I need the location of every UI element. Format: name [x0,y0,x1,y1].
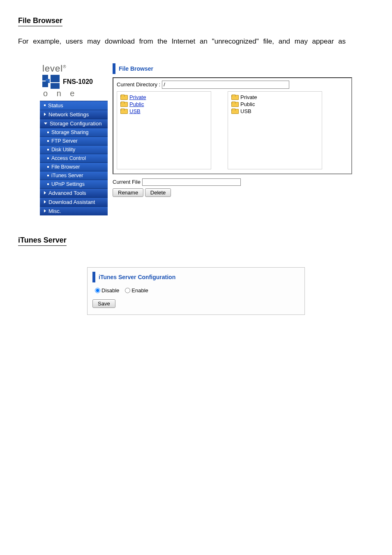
folder-columns: Private Public USB Private Public USB [117,91,348,169]
folder-link-label: Private [129,94,146,100]
brand-reg: ® [63,64,66,69]
folder-link-label: USB [129,108,141,114]
sidebar-item-label: Download Assistant [48,199,95,205]
folder-item-label: USB [240,108,251,114]
section-heading-itunes: iTunes Server [18,236,67,246]
sidebar-item-advanced-tools[interactable]: Advanced Tools [40,188,108,197]
current-file-label: Current File [113,179,141,185]
sidebar-item-download-assistant[interactable]: Download Assistant [40,197,108,206]
screenshot-itunes-config: iTunes Server Configuration Disable Enab… [87,267,305,315]
left-column: level® FNS-1020 o n e Status Network Set… [40,63,108,215]
folder-item-private: Private [231,94,318,100]
sidebar-item-network[interactable]: Network Settings [40,110,108,119]
folder-list-plain: Private Public USB [228,91,322,169]
current-file-input[interactable] [142,178,241,186]
sidebar-item-label: Advanced Tools [48,190,86,196]
folder-icon [120,95,127,100]
bullet-icon [47,157,49,159]
sidebar-item-storage-sharing[interactable]: Storage Sharing [40,128,108,136]
sidebar-item-label: Access Control [51,155,86,161]
sidebar-item-upnp[interactable]: UPnP Settings [40,180,108,188]
folder-item-label: Public [240,101,255,107]
section-heading-file-browser: File Browser [18,16,62,26]
bullet-icon [47,183,49,185]
intro-paragraph: For example, users may download from the… [18,36,374,47]
save-button[interactable]: Save [92,299,115,308]
sidebar-item-misc[interactable]: Misc. [40,206,108,215]
sidebar-item-label: File Browser [51,164,80,170]
folder-icon [231,109,238,114]
sidebar-item-file-browser[interactable]: File Browser [40,162,108,171]
chevron-right-icon [44,200,46,204]
folder-link-label: Public [129,101,144,107]
sidebar-item-label: Status [48,102,63,109]
sidebar-item-label: Misc. [48,208,61,214]
radio-enable-input[interactable] [125,288,130,293]
current-directory-input[interactable] [162,81,289,89]
sidebar-item-label: Storage Configuration [50,120,101,127]
radio-enable[interactable]: Enable [125,287,148,294]
screenshot-file-browser: level® FNS-1020 o n e Status Network Set… [40,63,352,215]
folder-icon [120,102,127,107]
rename-button[interactable]: Rename [113,188,143,197]
folder-item-usb: USB [231,108,318,114]
radio-disable-input[interactable] [95,288,100,293]
panel-title-file-browser: File Browser [113,63,352,74]
current-directory-row: Current Directory : [117,81,348,89]
sidebar-item-label: Disk Utility [51,147,75,153]
folder-icon [120,109,127,114]
chevron-right-icon [44,113,46,116]
bullet-icon [47,149,49,150]
current-directory-label: Current Directory : [117,81,160,88]
brand-logo: level® FNS-1020 o n e [40,63,108,101]
sidebar-item-label: UPnP Settings [51,181,85,187]
folder-link-private[interactable]: Private [120,94,208,100]
current-file-row: Current File [113,178,352,186]
sidebar-item-status[interactable]: Status [40,101,108,110]
brand-level: level® [42,63,105,74]
bullet-icon [47,132,49,133]
file-actions: Current File Rename Delete [113,178,352,197]
radio-enable-label: Enable [131,287,148,294]
sidebar-item-ftp[interactable]: FTP Server [40,136,108,145]
sidebar-nav: Status Network Settings Storage Configur… [40,101,108,215]
radio-disable[interactable]: Disable [95,287,119,294]
bullet-icon [47,166,49,168]
radio-disable-label: Disable [101,287,119,294]
brand-one: o n e [42,89,105,98]
folder-link-public[interactable]: Public [120,101,208,107]
delete-button[interactable]: Delete [145,188,171,197]
itunes-radio-row: Disable Enable [95,287,300,294]
sidebar-item-label: FTP Server [51,138,78,144]
folder-icon [231,95,238,100]
brand-squares-icon [42,75,60,89]
sidebar-item-disk-utility[interactable]: Disk Utility [40,145,108,154]
bullet-icon [47,140,49,142]
sidebar-item-itunes-server[interactable]: iTunes Server [40,171,108,180]
bullet-icon [44,104,46,106]
chevron-right-icon [44,209,46,213]
brand-model: FNS-1020 [63,75,93,86]
brand-level-text: level [42,63,63,74]
folder-item-public: Public [231,101,318,107]
chevron-right-icon [44,191,46,194]
folder-item-label: Private [240,94,257,100]
bullet-icon [47,175,49,176]
sidebar-item-label: iTunes Server [51,173,83,178]
sidebar-item-storage[interactable]: Storage Configuration [40,119,108,128]
sidebar-item-label: Storage Sharing [51,130,88,135]
sidebar-item-label: Network Settings [48,111,89,118]
folder-list-links: Private Public USB [117,91,211,169]
panel-title-itunes: iTunes Server Configuration [92,272,300,282]
folder-link-usb[interactable]: USB [120,108,208,114]
sidebar-item-access-control[interactable]: Access Control [40,154,108,162]
file-browser-box: Current Directory : Private Public USB P… [113,77,352,174]
right-column: File Browser Current Directory : Private… [108,63,352,197]
folder-icon [231,102,238,107]
chevron-down-icon [44,123,47,125]
